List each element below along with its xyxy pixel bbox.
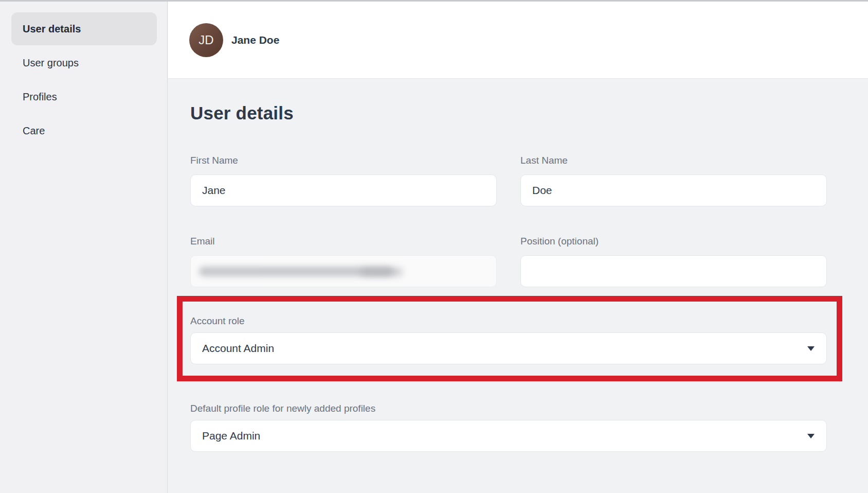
avatar-initials: JD xyxy=(198,33,213,47)
sidebar-item-label: User groups xyxy=(23,57,79,69)
user-name: Jane Doe xyxy=(231,34,279,46)
avatar: JD xyxy=(189,23,223,57)
main-panel: JD Jane Doe User details First Name Last… xyxy=(168,2,868,493)
window-top-edge xyxy=(0,0,868,2)
sidebar-item-user-details[interactable]: User details xyxy=(11,12,157,45)
sidebar-item-care[interactable]: Care xyxy=(11,114,157,147)
page-title: User details xyxy=(190,79,868,124)
sidebar-item-label: Profiles xyxy=(23,91,57,103)
sidebar-item-user-groups[interactable]: User groups xyxy=(11,46,157,79)
sidebar-item-profiles[interactable]: Profiles xyxy=(11,80,157,113)
redaction-blur xyxy=(360,268,403,276)
sidebar-item-label: Care xyxy=(23,125,45,137)
position-input[interactable] xyxy=(520,255,827,287)
first-name-label: First Name xyxy=(190,155,497,166)
last-name-label: Last Name xyxy=(520,155,827,166)
user-details-content: User details First Name Last Name xyxy=(168,79,868,493)
default-profile-role-value: Page Admin xyxy=(202,430,260,442)
sidebar-item-label: User details xyxy=(23,23,81,35)
account-role-label: Account role xyxy=(190,315,837,327)
highlight-annotation: Account role Account Admin xyxy=(177,296,842,381)
last-name-input[interactable] xyxy=(520,174,827,206)
account-role-select[interactable]: Account Admin xyxy=(190,332,827,364)
default-profile-role-select[interactable]: Page Admin xyxy=(190,420,827,452)
default-profile-role-label: Default profile role for newly added pro… xyxy=(190,403,827,414)
email-input-redacted[interactable] xyxy=(190,255,497,287)
account-role-value: Account Admin xyxy=(202,342,274,355)
first-name-input[interactable] xyxy=(190,174,497,206)
chevron-down-icon xyxy=(807,434,815,438)
user-details-form: First Name Last Name Email xyxy=(190,155,827,452)
chevron-down-icon xyxy=(807,346,815,351)
settings-page: User details User groups Profiles Care J… xyxy=(0,0,868,493)
user-header: JD Jane Doe xyxy=(168,2,868,79)
settings-sidebar: User details User groups Profiles Care xyxy=(0,0,168,493)
email-label: Email xyxy=(190,236,497,247)
position-label: Position (optional) xyxy=(520,236,827,247)
